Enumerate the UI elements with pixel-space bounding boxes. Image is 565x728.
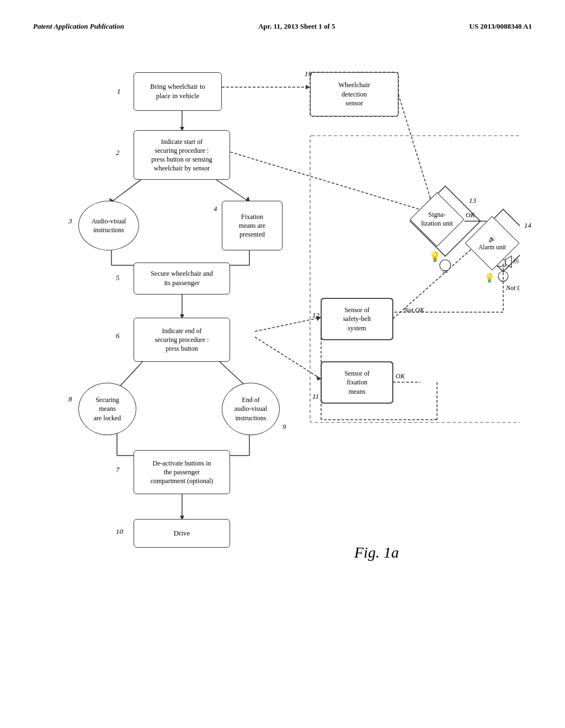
- node-13: Signa- lization unit: [409, 192, 465, 247]
- node-3-label: Audio-visual instructions: [92, 217, 126, 234]
- lightbulb-13-icon: 💡: [429, 250, 441, 263]
- page: Patent Application Publication Apr. 11, …: [0, 0, 565, 728]
- node-7: De-activate buttons in the passenger com…: [134, 450, 230, 494]
- node-14-label: Alarm unit: [478, 243, 506, 251]
- num-10: 10: [116, 527, 123, 536]
- diagram-container: OK Not OK ))): [45, 47, 520, 654]
- node-11: Sensor of fixation means: [321, 362, 393, 403]
- node-12: Sensor of safety-belt system: [321, 298, 393, 340]
- svg-text:Not OK: Not OK: [403, 306, 425, 314]
- num-1: 1: [117, 87, 121, 96]
- node-4: Fixation means are presented: [222, 201, 282, 250]
- node-13-label: Signa- lization unit: [421, 211, 453, 228]
- num-2: 2: [116, 148, 120, 157]
- node-19-label: Wheelchair detection sensor: [338, 81, 370, 109]
- node-4-label: Fixation means are presented: [239, 212, 265, 239]
- page-header: Patent Application Publication Apr. 11, …: [33, 22, 532, 31]
- header-right: US 2013/0088348 A1: [470, 22, 532, 31]
- node-8-label: Securing means are locked: [94, 395, 121, 422]
- num-6: 6: [116, 331, 120, 340]
- svg-line-48: [255, 318, 320, 331]
- node-19: Wheelchair detection sensor: [310, 72, 398, 116]
- lightbulb-14-icon: 💡: [484, 272, 495, 283]
- node-1: Bring wheelchair to place in vehicle: [134, 72, 222, 111]
- svg-line-50: [255, 337, 320, 378]
- node-6: Indicate end of securing procedure : pre…: [134, 318, 230, 362]
- num-9: 9: [282, 422, 286, 431]
- node-9: End of audio-visual instructions: [222, 383, 280, 435]
- header-left: Patent Application Publication: [33, 22, 124, 31]
- connector-svg: OK Not OK ))): [45, 47, 520, 654]
- node-11-label: Sensor of fixation means: [344, 369, 370, 396]
- svg-marker-26: [306, 85, 310, 89]
- node-2: Indicate start of securing procedure : p…: [134, 130, 230, 180]
- node-12-label: Sensor of safety-belt system: [343, 306, 371, 333]
- svg-point-44: [498, 271, 508, 281]
- num-4: 4: [214, 205, 217, 213]
- node-1-label: Bring wheelchair to place in vehicle: [150, 82, 205, 101]
- num-12: 12: [312, 311, 319, 320]
- num-11: 11: [312, 392, 319, 401]
- node-14-label-alarm: 🔊: [488, 235, 496, 243]
- num-7: 7: [116, 465, 120, 474]
- svg-point-38: [440, 260, 451, 271]
- num-19: 19: [305, 69, 312, 78]
- svg-marker-51: [316, 376, 321, 381]
- node-5-label: Secure wheelchair and its passenger: [151, 269, 213, 288]
- header-center: Apr. 11, 2013 Sheet 1 of 5: [258, 22, 335, 31]
- svg-text:Not OK: Not OK: [505, 284, 520, 292]
- node-3: Audio-visual instructions: [78, 201, 139, 250]
- node-14: 🔊 Alarm unit: [465, 216, 520, 271]
- node-7-label: De-activate buttons in the passenger com…: [151, 459, 214, 486]
- svg-text:OK: OK: [396, 372, 406, 380]
- node-6-label: Indicate end of securing procedure : pre…: [155, 326, 209, 354]
- node-2-label: Indicate start of securing procedure : p…: [151, 137, 212, 173]
- num-14: 14: [524, 221, 531, 230]
- figure-label: Fig. 1a: [354, 544, 399, 561]
- num-13: 13: [469, 196, 476, 205]
- node-10: Drive: [134, 519, 230, 548]
- num-8: 8: [68, 395, 72, 404]
- node-9-label: End of audio-visual instructions: [234, 395, 267, 422]
- svg-line-27: [398, 94, 431, 202]
- node-10-label: Drive: [174, 528, 190, 538]
- node-5: Secure wheelchair and its passenger: [134, 263, 230, 295]
- num-3: 3: [68, 217, 72, 226]
- node-8: Securing means are locked: [78, 383, 136, 435]
- num-5: 5: [116, 274, 120, 282]
